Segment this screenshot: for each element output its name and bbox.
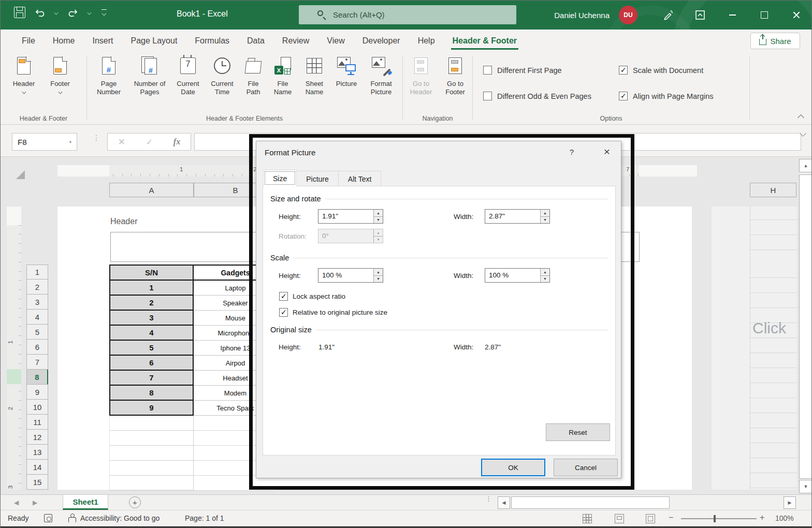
cell-a7[interactable]: 6	[109, 356, 194, 371]
cell-a6[interactable]: 5	[109, 341, 194, 356]
spin-down-icon[interactable]: ▼	[374, 276, 383, 283]
row-header-6[interactable]: 6	[26, 340, 48, 355]
spin-down-icon[interactable]: ▼	[541, 217, 549, 224]
share-button[interactable]: Share	[750, 33, 800, 49]
maximize-button[interactable]	[748, 1, 780, 30]
row-header-11[interactable]: 11	[26, 415, 48, 430]
name-box[interactable]: F8 ▼	[12, 133, 77, 151]
tab-review[interactable]: Review	[273, 30, 318, 52]
vertical-scroll-thumb[interactable]	[799, 174, 812, 479]
normal-view-icon[interactable]	[583, 514, 592, 523]
tab-data[interactable]: Data	[238, 30, 273, 52]
row-header-5[interactable]: 5	[26, 325, 48, 340]
customize-quick-access-icon[interactable]	[101, 9, 107, 16]
scale-width-input[interactable]: 100 % ▲▼	[485, 268, 550, 283]
tab-developer[interactable]: Developer	[354, 30, 409, 52]
avatar[interactable]: DU	[619, 6, 637, 24]
redo-dropdown-icon[interactable]	[88, 10, 92, 14]
lock-aspect-ratio-checkbox[interactable]: Lock aspect ratio	[279, 292, 345, 301]
row-header-13[interactable]: 13	[26, 445, 48, 460]
select-all-button[interactable]	[16, 170, 25, 179]
scale-height-input[interactable]: 100 % ▲▼	[318, 268, 383, 283]
spin-down-icon[interactable]: ▼	[541, 276, 549, 283]
scroll-left-icon[interactable]: ◀	[498, 496, 510, 509]
prev-sheet-icon[interactable]: ◀	[14, 499, 19, 506]
search-input[interactable]: Search (Alt+Q)	[299, 5, 516, 24]
scrollbar-grip[interactable]: ⋮	[485, 497, 492, 501]
height-input[interactable]: 1.91" ▲▼	[318, 209, 383, 224]
cancel-entry-icon[interactable]: ✕	[118, 137, 125, 148]
tab-home[interactable]: Home	[44, 30, 84, 52]
row-header-7[interactable]: 7	[26, 355, 48, 370]
enter-entry-icon[interactable]: ✓	[146, 137, 153, 147]
collapse-ribbon-icon[interactable]	[798, 114, 804, 121]
redo-icon[interactable]	[68, 8, 78, 17]
tab-help[interactable]: Help	[409, 30, 444, 52]
save-icon[interactable]	[14, 7, 25, 18]
relative-to-original-checkbox[interactable]: Relative to original picture size	[279, 308, 387, 317]
dialog-help-button[interactable]: ?	[565, 148, 578, 156]
tab-size[interactable]: Size	[263, 170, 297, 186]
accessibility-status[interactable]: Accessibility: Good to go	[80, 514, 160, 522]
insert-function-icon[interactable]: fx	[173, 137, 180, 146]
cancel-button[interactable]: Cancel	[554, 459, 618, 476]
tab-file[interactable]: File	[13, 30, 44, 52]
undo-icon[interactable]	[35, 8, 45, 17]
cell-a8[interactable]: 7	[109, 371, 194, 386]
spin-up-icon[interactable]: ▲	[541, 269, 549, 276]
cell-a1[interactable]: S/N	[109, 265, 194, 281]
ribbon-display-options-button[interactable]	[684, 1, 716, 30]
footer-button[interactable]: Footer	[44, 55, 76, 94]
next-sheet-icon[interactable]: ▶	[33, 499, 37, 506]
scroll-up-icon[interactable]: ▲	[799, 159, 812, 172]
tab-alt-text[interactable]: Alt Text	[338, 171, 382, 186]
current-time-button[interactable]: Current Time	[206, 55, 238, 96]
name-box-dropdown-icon[interactable]: ▼	[64, 134, 77, 150]
reset-button[interactable]: Reset	[546, 423, 610, 441]
cell-a10[interactable]: 9	[109, 401, 194, 416]
tab-insert[interactable]: Insert	[83, 30, 122, 52]
ok-button[interactable]: OK	[481, 459, 545, 476]
spin-up-icon[interactable]: ▲	[541, 210, 549, 217]
cell-a14[interactable]	[109, 461, 194, 476]
cell-a12[interactable]	[109, 431, 194, 446]
page-break-view-icon[interactable]	[646, 514, 655, 523]
cell-a13[interactable]	[109, 446, 194, 461]
zoom-level[interactable]: 100%	[775, 514, 794, 522]
column-header-a[interactable]: A	[109, 183, 194, 197]
row-header-8[interactable]: 8	[26, 370, 48, 385]
row-header-2[interactable]: 2	[26, 280, 48, 295]
row-header-14[interactable]: 14	[26, 460, 48, 475]
tab-page-layout[interactable]: Page Layout	[122, 30, 186, 52]
dialog-close-button[interactable]: ×	[598, 144, 616, 159]
tab-formulas[interactable]: Formulas	[186, 30, 238, 52]
vertical-scrollbar[interactable]: ▲ ▼	[799, 159, 812, 493]
zoom-out-icon[interactable]: −	[669, 513, 673, 522]
number-of-pages-button[interactable]: # Number of Pages	[129, 55, 170, 96]
user-name[interactable]: Daniel Uchenna	[554, 11, 610, 20]
format-picture-button[interactable]: Format Picture	[364, 55, 399, 96]
tab-picture[interactable]: Picture	[296, 171, 339, 186]
row-header-3[interactable]: 3	[26, 295, 48, 310]
ink-draw-button[interactable]	[652, 1, 684, 30]
row-header-15[interactable]: 15	[26, 475, 48, 490]
add-sheet-button[interactable]: +	[129, 496, 141, 508]
undo-dropdown-icon[interactable]	[54, 10, 59, 14]
tab-view[interactable]: View	[318, 30, 353, 52]
page-layout-view-icon[interactable]	[615, 514, 624, 523]
go-to-footer-button[interactable]: Go to Footer	[439, 55, 471, 96]
sheet-name-button[interactable]: Sheet Name	[299, 55, 329, 96]
zoom-slider-thumb[interactable]	[714, 515, 716, 522]
spin-up-icon[interactable]: ▲	[374, 269, 383, 276]
different-odd-even-checkbox[interactable]: Different Odd & Even Pages	[483, 92, 591, 100]
row-header-9[interactable]: 9	[26, 385, 48, 400]
spin-up-icon[interactable]: ▲	[374, 210, 383, 217]
cell-a9[interactable]: 8	[109, 386, 194, 401]
file-path-button[interactable]: File Path	[240, 55, 266, 96]
macro-record-icon[interactable]	[44, 514, 52, 522]
cell-a15[interactable]	[109, 476, 194, 491]
zoom-in-icon[interactable]: +	[760, 513, 764, 522]
current-date-button[interactable]: Current Date	[172, 55, 204, 96]
align-with-page-margins-checkbox[interactable]: Align with Page Margins	[619, 92, 714, 100]
file-name-button[interactable]: X File Name	[268, 55, 297, 96]
